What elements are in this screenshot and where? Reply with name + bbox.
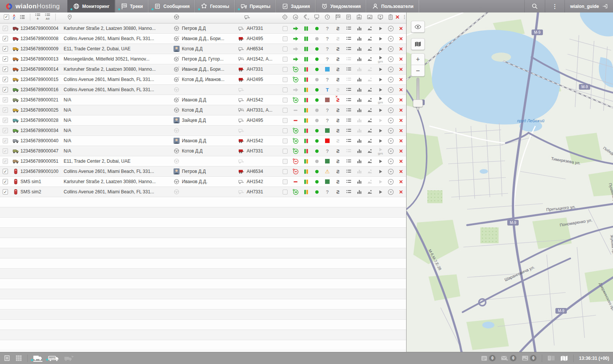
show-unit-traces-button[interactable]	[64, 355, 75, 361]
unit-menu-button[interactable]	[386, 187, 396, 197]
unit-row[interactable]: ✓123456789000009E11, Trade Center 2, Dub…	[0, 44, 406, 54]
tab-trailers[interactable]: Прицепы	[235, 0, 276, 12]
zoom-in-button[interactable]: +	[411, 53, 425, 65]
unit-visibility-checkbox[interactable]: ✓	[0, 156, 11, 166]
unit-menu-button[interactable]	[386, 177, 396, 187]
unit-row[interactable]: ✓123456789000008Collins Avenue 2601, Mia…	[0, 34, 406, 44]
media-button[interactable]	[364, 187, 375, 197]
quick-chart-button[interactable]	[354, 34, 364, 44]
quick-report-button[interactable]	[343, 23, 354, 33]
column-video[interactable]	[375, 14, 386, 20]
follow-unit-checkbox[interactable]	[280, 23, 290, 33]
unit-menu-button[interactable]	[386, 85, 396, 95]
remove-unit-button[interactable]: ✕	[396, 187, 406, 197]
show-unit-names-button[interactable]: NAME	[48, 355, 59, 361]
quick-chart-button[interactable]	[354, 136, 364, 146]
unit-visibility-checkbox[interactable]: ✓	[0, 95, 11, 105]
unit-visibility-checkbox[interactable]: ✓	[0, 34, 11, 44]
unit-row[interactable]: ✓123456789000016Collins Avenue 2601, Mia…	[0, 85, 406, 95]
log-panel-button[interactable]	[547, 355, 555, 361]
remove-unit-button[interactable]: ✕	[396, 23, 406, 33]
unit-menu-button[interactable]	[386, 115, 396, 125]
media-button[interactable]	[364, 54, 375, 64]
unit-visibility-checkbox[interactable]: ✓	[0, 146, 11, 156]
follow-unit-checkbox[interactable]	[280, 75, 290, 84]
follow-unit-checkbox[interactable]	[280, 126, 290, 135]
follow-unit-checkbox[interactable]	[280, 34, 290, 44]
quick-report-button[interactable]	[343, 54, 354, 64]
quick-report-button[interactable]	[343, 177, 354, 187]
media-button[interactable]	[364, 44, 375, 54]
quick-track-button[interactable]	[375, 105, 386, 115]
quick-chart-button[interactable]	[354, 177, 364, 187]
unit-menu-button[interactable]	[386, 44, 396, 54]
remove-unit-button[interactable]: ✕	[396, 126, 406, 135]
unit-visibility-checkbox[interactable]: ✓	[0, 166, 11, 176]
unit-menu-button[interactable]	[386, 54, 396, 64]
quick-chart-button[interactable]	[354, 75, 364, 84]
follow-unit-checkbox[interactable]	[280, 44, 290, 54]
map-area[interactable]: М-9 М-9 М-9 М-9 28 пруд Лебяжий Тимиряз	[407, 12, 613, 352]
unit-row[interactable]: ✓123456789000028N/AЗайцев Д.ДАН2495?S✕	[0, 115, 406, 126]
media-button[interactable]	[364, 85, 375, 95]
quick-chart-button[interactable]	[354, 95, 364, 105]
remove-unit-button[interactable]: ✕	[396, 156, 406, 166]
unit-row[interactable]: ✓123456789000021N/AИванов Д.ДАН1542S×gpr…	[0, 95, 406, 105]
unit-row[interactable]: ✓123456789000051E11, Trade Center 2, Dub…	[0, 156, 406, 166]
clear-list-button[interactable]: ✕	[395, 14, 400, 20]
media-button[interactable]	[364, 166, 375, 176]
unit-visibility-checkbox[interactable]: ✓	[0, 187, 11, 197]
remove-unit-button[interactable]: ✕	[396, 166, 406, 176]
quick-track-button[interactable]: gprs	[375, 95, 386, 105]
quick-report-button[interactable]	[343, 44, 354, 54]
follow-unit-checkbox[interactable]	[280, 85, 290, 95]
quick-track-button[interactable]	[375, 136, 386, 146]
quick-chart-button[interactable]	[354, 54, 364, 64]
quick-report-button[interactable]	[343, 187, 354, 197]
tab-geofences[interactable]: Геозоны	[195, 0, 235, 12]
quick-report-button[interactable]	[343, 105, 354, 115]
media-counter[interactable]: 0	[522, 355, 536, 361]
media-button[interactable]	[364, 115, 375, 125]
unit-row[interactable]: ✓SMS sim2Collins Avenue 2601, Miami Beac…	[0, 187, 406, 197]
column-location-target[interactable]	[280, 14, 290, 20]
column-trips[interactable]	[333, 14, 343, 20]
unit-visibility-checkbox[interactable]: ✓	[0, 136, 11, 146]
unit-menu-button[interactable]	[386, 146, 396, 156]
unit-row[interactable]: ✓123456789000013Messegelände, Mittelfeld…	[0, 54, 406, 64]
apps-grid-button[interactable]	[16, 355, 22, 361]
list-view-button[interactable]	[19, 14, 25, 20]
unit-row[interactable]: ✓123456789000040N/AИванов Д.ДАН1542S✕	[0, 136, 406, 146]
quick-track-button[interactable]	[375, 44, 386, 54]
unit-row[interactable]: ✓123456789000025N/AКотов Д.ДАН7331, А...…	[0, 105, 406, 115]
remove-unit-button[interactable]: ✕	[396, 146, 406, 156]
tab-users[interactable]: Пользователи	[366, 0, 419, 12]
email-counter[interactable]: 0	[501, 355, 516, 361]
media-button[interactable]	[364, 126, 375, 135]
unit-visibility-checkbox[interactable]: ✓	[0, 177, 11, 187]
quick-chart-button[interactable]	[354, 44, 364, 54]
media-button[interactable]	[364, 146, 375, 156]
unit-row[interactable]: ✓123456789000004Karlsruher Straße 2, Laa…	[0, 23, 406, 34]
follow-unit-checkbox[interactable]	[280, 156, 290, 166]
quick-chart-button[interactable]	[354, 85, 364, 95]
unit-menu-button[interactable]	[386, 126, 396, 135]
quick-track-button[interactable]	[375, 85, 386, 95]
media-button[interactable]	[364, 156, 375, 166]
tab-tracks[interactable]: Треки	[115, 0, 149, 12]
media-button[interactable]	[364, 136, 375, 146]
quick-track-button[interactable]	[375, 23, 386, 33]
unit-row[interactable]: ✓123456789000034N/AS✕	[0, 126, 406, 136]
column-trailer[interactable]	[235, 14, 280, 20]
media-button[interactable]	[364, 23, 375, 33]
media-button[interactable]	[364, 177, 375, 187]
remove-unit-button[interactable]: ✕	[396, 64, 406, 74]
unit-visibility-checkbox[interactable]: ✓	[0, 85, 11, 95]
remove-unit-button[interactable]: ✕	[396, 75, 406, 84]
column-media[interactable]	[364, 14, 375, 20]
user-menu[interactable]: wialon_guide	[565, 0, 613, 12]
remove-unit-button[interactable]: ✕	[396, 115, 406, 125]
quick-chart-button[interactable]	[354, 105, 364, 115]
quick-report-button[interactable]	[343, 85, 354, 95]
quick-report-button[interactable]	[343, 156, 354, 166]
